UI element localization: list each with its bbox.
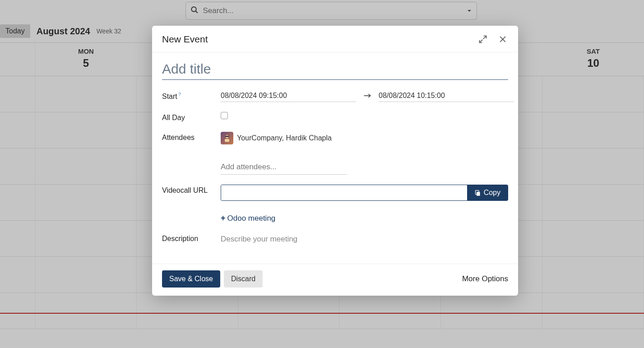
close-icon bbox=[498, 35, 507, 44]
videocall-label: Videocall URL bbox=[162, 185, 221, 195]
all-day-checkbox[interactable] bbox=[221, 112, 228, 119]
svg-rect-7 bbox=[225, 136, 229, 137]
svg-rect-6 bbox=[225, 139, 229, 142]
expand-button[interactable] bbox=[477, 34, 488, 45]
description-label: Description bbox=[162, 233, 221, 243]
attendees-label: Attendees bbox=[162, 132, 221, 142]
more-options-link[interactable]: More Options bbox=[462, 274, 508, 283]
avatar bbox=[221, 132, 233, 144]
copy-button[interactable]: Copy bbox=[467, 185, 508, 200]
dialog-title: New Event bbox=[162, 34, 208, 45]
svg-rect-8 bbox=[477, 192, 480, 196]
start-datetime-input[interactable] bbox=[221, 90, 356, 102]
description-input[interactable] bbox=[221, 233, 508, 246]
close-button[interactable] bbox=[497, 34, 508, 45]
arrow-right-icon bbox=[363, 92, 371, 100]
attendee-chip[interactable]: YourCompany, Hardik Chapla bbox=[221, 132, 332, 144]
event-title-input[interactable] bbox=[162, 59, 508, 80]
end-datetime-input[interactable] bbox=[379, 90, 514, 102]
new-event-dialog: New Event Start? bbox=[152, 26, 518, 296]
add-attendees-input[interactable] bbox=[221, 160, 347, 175]
help-icon[interactable]: ? bbox=[178, 92, 181, 97]
videocall-url-input[interactable] bbox=[221, 185, 467, 200]
plus-icon: + bbox=[221, 213, 226, 223]
attendee-name: YourCompany, Hardik Chapla bbox=[237, 134, 332, 142]
save-close-button[interactable]: Save & Close bbox=[162, 270, 220, 288]
all-day-label: All Day bbox=[162, 112, 221, 122]
copy-icon bbox=[474, 190, 481, 196]
discard-button[interactable]: Discard bbox=[224, 270, 263, 288]
expand-icon bbox=[478, 35, 487, 44]
start-label: Start? bbox=[162, 90, 221, 101]
odoo-meeting-link[interactable]: + Odoo meeting bbox=[221, 213, 275, 223]
